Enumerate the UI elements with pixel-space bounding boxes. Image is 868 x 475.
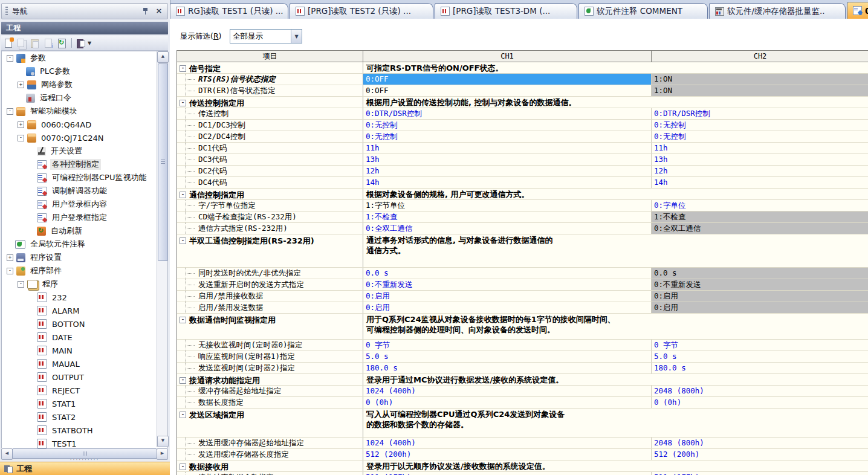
scroll-up-icon[interactable]: ▲ — [157, 51, 169, 63]
ch2-cell[interactable]: 511 (1FFh) — [652, 472, 868, 475]
ch2-cell[interactable]: 0:字单位 — [652, 200, 868, 211]
ch2-cell[interactable]: 0:不重新发送 — [652, 279, 868, 290]
expand-icon[interactable]: + — [18, 121, 24, 128]
tree-item[interactable]: 各种控制指定 — [2, 158, 167, 171]
ch2-cell[interactable]: 0 字节 — [652, 340, 868, 351]
tree-item[interactable]: 远程口令 — [2, 91, 167, 105]
ch2-cell[interactable]: 5.0 s — [652, 351, 868, 362]
close-icon[interactable]: × — [154, 7, 164, 16]
expand-icon[interactable]: + — [18, 82, 24, 88]
new-item-icon[interactable] — [3, 37, 15, 49]
ch2-cell[interactable]: 0:启用 — [652, 302, 868, 313]
collapse-icon[interactable]: - — [180, 464, 186, 470]
collapse-icon[interactable]: - — [180, 65, 186, 72]
tree-item[interactable]: -程序 — [2, 277, 167, 291]
ch2-cell[interactable]: 0:无控制 — [652, 120, 868, 131]
scroll-down-icon[interactable]: ▼ — [157, 436, 169, 447]
ch1-cell[interactable]: 1024 (400h) — [363, 386, 652, 396]
tree-item[interactable]: MAUAL — [2, 357, 167, 370]
refresh-icon[interactable] — [56, 37, 68, 49]
ch1-cell[interactable]: 12h — [363, 166, 652, 176]
expand-icon[interactable]: + — [7, 254, 13, 261]
ch1-cell[interactable]: 1:不检查 — [363, 212, 652, 222]
project-view-button[interactable]: 工程 — [0, 462, 177, 475]
copy-info-icon[interactable] — [43, 37, 54, 49]
tree-item[interactable]: STAT1 — [2, 397, 167, 410]
ch2-cell[interactable]: 0.0 s — [652, 268, 868, 279]
tree-item[interactable]: PLC参数 — [2, 65, 167, 78]
ch2-cell[interactable]: 0:启用 — [652, 291, 868, 302]
tab-document-5[interactable]: 0070:QJ71C — [847, 2, 868, 19]
ch1-cell[interactable]: 0:无控制 — [363, 120, 652, 131]
ch2-cell[interactable]: 0 (0h) — [652, 397, 868, 408]
ch1-cell[interactable]: 511 (1FFh) — [363, 472, 652, 475]
tree-item[interactable]: OUTPUT — [2, 370, 167, 384]
collapse-icon[interactable]: - — [180, 412, 186, 418]
tree-item[interactable]: +0060:Q64AD — [2, 118, 167, 131]
ch1-cell[interactable]: 1:字节单位 — [363, 200, 652, 211]
tree-item[interactable]: 开关设置 — [2, 144, 167, 158]
ch2-cell[interactable]: 1:ON — [652, 74, 868, 85]
tree-item[interactable]: -参数 — [2, 51, 167, 65]
tree-item[interactable]: TEST1 — [2, 437, 167, 449]
ch1-cell[interactable]: 0:启用 — [363, 291, 652, 302]
ch1-cell[interactable]: 14h — [363, 177, 652, 188]
collapse-icon[interactable]: - — [180, 192, 186, 198]
collapse-icon[interactable]: - — [18, 135, 24, 141]
ch2-cell[interactable]: 11h — [652, 143, 868, 153]
tree-item[interactable]: 用户登录框指定 — [2, 211, 167, 224]
ch1-cell[interactable]: 0:启用 — [363, 302, 652, 313]
chevron-down-icon[interactable]: ▼ — [88, 40, 91, 46]
tree-item[interactable]: -0070:QJ71C24N — [2, 131, 167, 144]
tree-vertical-scrollbar[interactable]: ▲ ▼ — [157, 51, 167, 447]
pin-icon[interactable] — [141, 7, 151, 16]
tree-item[interactable]: 调制解调器功能 — [2, 184, 167, 198]
tree-item[interactable]: 用户登录框内容 — [2, 198, 167, 211]
sort-icon[interactable] — [76, 37, 87, 49]
ch1-cell[interactable]: 512 (200h) — [363, 449, 652, 460]
tree-item[interactable]: 232 — [2, 291, 167, 304]
ch1-cell[interactable]: 0:全双工通信 — [363, 223, 652, 234]
ch1-cell[interactable]: 13h — [363, 154, 652, 165]
ch2-cell[interactable]: 13h — [652, 154, 868, 165]
ch1-cell[interactable]: 0:OFF — [363, 85, 652, 96]
tree-item[interactable]: +程序设置 — [2, 251, 167, 264]
collapse-icon[interactable]: - — [180, 238, 186, 244]
ch2-cell[interactable]: 14h — [652, 177, 868, 188]
ch2-cell[interactable]: 2048 (800h) — [652, 386, 868, 396]
ch2-cell[interactable]: 12h — [652, 166, 868, 176]
tree-item[interactable]: 全局软元件注释 — [2, 238, 167, 251]
collapse-icon[interactable]: - — [180, 100, 186, 106]
ch2-cell[interactable]: 1:ON — [652, 85, 868, 96]
tree-item[interactable]: -程序部件 — [2, 264, 167, 277]
collapse-icon[interactable]: - — [180, 377, 186, 384]
tree-item[interactable]: -智能功能模块 — [2, 105, 167, 118]
ch1-cell[interactable]: 180.0 s — [363, 363, 652, 373]
ch2-cell[interactable]: 0:无控制 — [652, 131, 868, 142]
copy-icon[interactable] — [16, 37, 28, 49]
tab-document-0[interactable]: RG]读取 TEST1 (只读) ... — [170, 3, 288, 19]
drag-grip-icon[interactable] — [5, 7, 8, 16]
ch1-cell[interactable]: 11h — [363, 143, 652, 153]
tree-item[interactable]: 可编程控制器CPU监视功能 — [2, 171, 167, 184]
tree-item[interactable]: ALARM — [2, 304, 167, 317]
tab-document-3[interactable]: 软元件注释 COMMENT — [578, 3, 708, 19]
display-filter-dropdown[interactable]: 全部显示 ▼ — [230, 29, 302, 44]
tree-item[interactable]: REJECT — [2, 384, 167, 397]
tree-item[interactable]: STAT2 — [2, 410, 167, 424]
ch1-cell[interactable]: 5.0 s — [363, 351, 652, 362]
ch2-cell[interactable]: 2048 (800h) — [652, 438, 868, 448]
ch2-cell[interactable]: 1:不检查 — [652, 212, 868, 222]
collapse-icon[interactable]: - — [7, 108, 13, 115]
tab-document-2[interactable]: [PRG]读取 TEST3-DM (... — [435, 3, 577, 19]
vertical-scroll-thumb[interactable] — [158, 63, 168, 261]
ch2-cell[interactable]: 0:全双工通信 — [652, 223, 868, 234]
chevron-down-icon[interactable]: ▼ — [291, 30, 302, 43]
ch1-cell[interactable]: 0.0 s — [363, 268, 652, 279]
tree-item[interactable]: BOTTON — [2, 317, 167, 331]
tree-item[interactable]: DATE — [2, 331, 167, 344]
ch2-cell[interactable]: 0:DTR/DSR控制 — [652, 108, 868, 119]
collapse-icon[interactable]: - — [7, 55, 13, 62]
tree-item[interactable]: STATBOTH — [2, 424, 167, 437]
collapse-icon[interactable]: - — [18, 281, 24, 288]
